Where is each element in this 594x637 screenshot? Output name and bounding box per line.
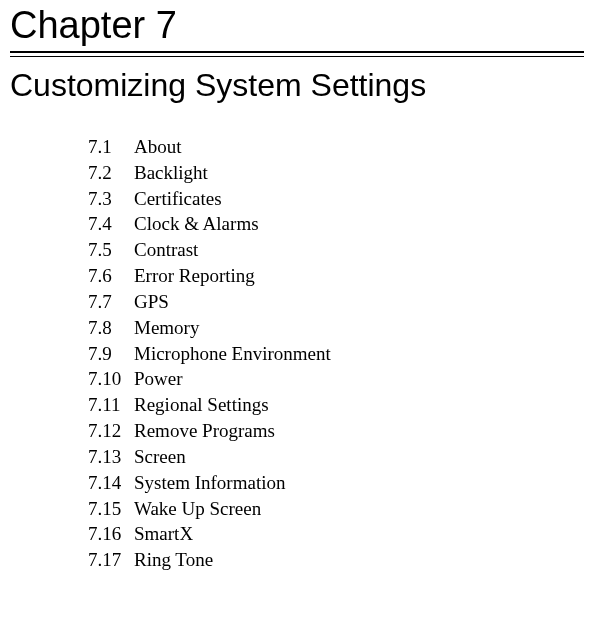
toc-row: 7.17Ring Tone	[88, 547, 584, 573]
toc-row: 7.5Contrast	[88, 237, 584, 263]
toc-label: Regional Settings	[134, 392, 584, 418]
toc-num: 7.5	[88, 237, 134, 263]
toc-num: 7.14	[88, 470, 134, 496]
toc-num: 7.2	[88, 160, 134, 186]
toc-row: 7.4Clock & Alarms	[88, 211, 584, 237]
toc-row: 7.2Backlight	[88, 160, 584, 186]
toc-row: 7.8Memory	[88, 315, 584, 341]
toc-num: 7.11	[88, 392, 134, 418]
toc-num: 7.4	[88, 211, 134, 237]
table-of-contents: 7.1About 7.2Backlight 7.3Certificates 7.…	[88, 134, 584, 573]
toc-num: 7.6	[88, 263, 134, 289]
toc-label: Remove Programs	[134, 418, 584, 444]
toc-row: 7.1About	[88, 134, 584, 160]
toc-label: System Information	[134, 470, 584, 496]
toc-num: 7.13	[88, 444, 134, 470]
toc-row: 7.9Microphone Environment	[88, 341, 584, 367]
toc-num: 7.7	[88, 289, 134, 315]
toc-num: 7.1	[88, 134, 134, 160]
toc-num: 7.3	[88, 186, 134, 212]
toc-num: 7.16	[88, 521, 134, 547]
toc-label: Contrast	[134, 237, 584, 263]
toc-num: 7.8	[88, 315, 134, 341]
toc-num: 7.17	[88, 547, 134, 573]
toc-label: Wake Up Screen	[134, 496, 584, 522]
toc-row: 7.16SmartX	[88, 521, 584, 547]
toc-row: 7.13Screen	[88, 444, 584, 470]
toc-label: Memory	[134, 315, 584, 341]
toc-label: Ring Tone	[134, 547, 584, 573]
toc-label: GPS	[134, 289, 584, 315]
toc-label: Power	[134, 366, 584, 392]
toc-num: 7.12	[88, 418, 134, 444]
toc-label: Backlight	[134, 160, 584, 186]
toc-row: 7.11Regional Settings	[88, 392, 584, 418]
chapter-title: Chapter 7	[10, 0, 584, 51]
toc-label: Error Reporting	[134, 263, 584, 289]
toc-row: 7.10Power	[88, 366, 584, 392]
toc-label: About	[134, 134, 584, 160]
toc-row: 7.12Remove Programs	[88, 418, 584, 444]
toc-row: 7.6Error Reporting	[88, 263, 584, 289]
toc-row: 7.3Certificates	[88, 186, 584, 212]
toc-row: 7.7GPS	[88, 289, 584, 315]
toc-row: 7.15Wake Up Screen	[88, 496, 584, 522]
toc-num: 7.10	[88, 366, 134, 392]
page: Chapter 7 Customizing System Settings 7.…	[0, 0, 594, 573]
chapter-subtitle: Customizing System Settings	[10, 67, 584, 104]
divider	[10, 51, 584, 57]
toc-label: Microphone Environment	[134, 341, 584, 367]
toc-label: Screen	[134, 444, 584, 470]
toc-label: Clock & Alarms	[134, 211, 584, 237]
toc-label: Certificates	[134, 186, 584, 212]
toc-label: SmartX	[134, 521, 584, 547]
toc-row: 7.14System Information	[88, 470, 584, 496]
toc-num: 7.9	[88, 341, 134, 367]
toc-num: 7.15	[88, 496, 134, 522]
